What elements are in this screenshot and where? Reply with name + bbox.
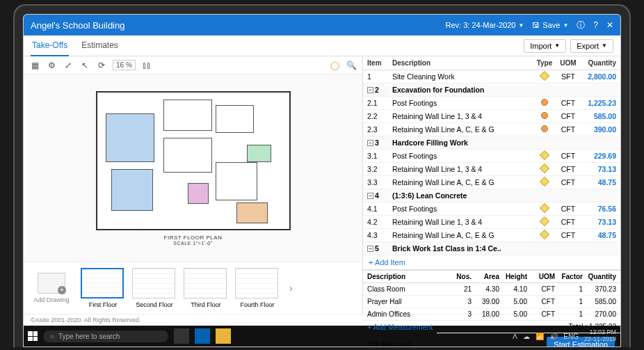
help-icon[interactable]: ? xyxy=(593,20,598,30)
export-button[interactable]: Export▼ xyxy=(570,39,613,53)
tray-up-icon[interactable]: ᐱ xyxy=(513,333,517,340)
volume-type-icon xyxy=(541,99,548,106)
taskbar-file-explorer[interactable] xyxy=(216,328,231,344)
info-icon[interactable]: ⓘ xyxy=(577,19,585,31)
chevron-down-icon: ▼ xyxy=(518,22,524,29)
items-body: 1Site Cleaning WorkSFT2,800.00−2Excavati… xyxy=(363,70,620,255)
add-measurement-button[interactable]: + Add Measurement xyxy=(363,321,437,333)
lang-indicator[interactable]: ENG xyxy=(563,333,579,340)
cloud-icon[interactable]: ☁ xyxy=(523,333,530,340)
import-button[interactable]: Import▼ xyxy=(524,39,566,53)
chevron-down-icon: ▼ xyxy=(554,42,560,49)
thumb-fourth-floor[interactable]: Fourth Floor xyxy=(235,268,280,308)
layers-icon[interactable]: ⫿⫿ xyxy=(141,61,152,70)
records-count: (29 Records) xyxy=(369,340,413,347)
drawing-thumbnails: Add Drawing First Floor Second Floor Thi… xyxy=(24,262,362,314)
col-uom: UOM xyxy=(556,59,580,67)
app-header: Angel's School Building Rev: 3: 24-Mar-2… xyxy=(24,15,620,35)
volume-icon[interactable]: 🔊 xyxy=(549,333,558,340)
project-title: Angel's School Building xyxy=(31,20,124,31)
quantity-link[interactable]: 73.13 xyxy=(598,165,616,173)
quantity-link[interactable]: 390.00 xyxy=(594,125,616,134)
item-row[interactable]: 4.2Retaining Wall Line 1, 3 & 4CFT73.13 xyxy=(363,216,620,229)
tabs-row: Take-Offs Estimates Import▼ Export▼ xyxy=(24,35,620,56)
item-row[interactable]: 3.1Post FootingsCFT229.69 xyxy=(363,150,620,163)
area-type-icon xyxy=(540,230,549,239)
item-row[interactable]: 2.1Post FootingsCFT1,225.23 xyxy=(363,97,620,110)
item-row[interactable]: 2.3Retaining Wall Line A, C, E & GCFT390… xyxy=(363,123,620,136)
tab-estimates[interactable]: Estimates xyxy=(80,35,120,56)
area-type-icon xyxy=(540,203,549,213)
windows-search-input[interactable]: ○ Type here to search xyxy=(43,331,168,342)
col-desc: Description xyxy=(392,59,533,67)
area-type-icon xyxy=(540,164,549,173)
col-type: Type xyxy=(533,59,556,67)
measure-header: Description Nos. Area Height UOM Factor … xyxy=(363,271,620,283)
highlight-icon[interactable]: ◯ xyxy=(329,61,340,70)
wifi-icon[interactable]: 📶 xyxy=(536,333,544,340)
item-row[interactable]: 4.1Post FootingsCFT76.56 xyxy=(363,202,620,216)
plan-caption: FIRST FLOOR PLAN SCALE 1"=1'-0" xyxy=(164,234,223,246)
item-row[interactable]: 3.3Retaining Wall Line A, C, E & GCFT48.… xyxy=(363,176,620,189)
quantity-link[interactable]: 585.00 xyxy=(594,112,616,120)
collapse-icon[interactable]: − xyxy=(367,87,373,93)
quantity-link[interactable]: 2,800.00 xyxy=(588,72,616,81)
measure-icon[interactable]: ⤢ xyxy=(63,61,74,70)
zoom-select[interactable]: 16 % xyxy=(113,60,136,70)
item-row[interactable]: 2.2Retaining Wall Line 1, 3 & 4CFT585.00 xyxy=(363,110,620,123)
area-type-icon xyxy=(540,150,549,160)
items-header: Item Description Type UOM Quantity xyxy=(363,56,620,70)
quantity-link[interactable]: 73.13 xyxy=(598,218,616,226)
floor-plan-canvas[interactable]: FIRST FLOOR PLAN SCALE 1"=1'-0" xyxy=(24,74,362,262)
thumbs-next-icon[interactable]: › xyxy=(287,283,296,294)
measure-row[interactable]: Prayer Hall339.005.00CFT1585.00 xyxy=(363,296,620,308)
tab-takeoffs[interactable]: Take-Offs xyxy=(31,35,69,56)
item-row[interactable]: −4(1:3:6) Lean Concrete xyxy=(363,189,620,202)
collapse-icon[interactable]: − xyxy=(367,193,373,199)
item-row[interactable]: −2Excavation for Foundation xyxy=(363,83,620,97)
add-drawing-button[interactable]: Add Drawing xyxy=(29,273,74,303)
thumb-first-floor[interactable]: First Floor xyxy=(81,268,125,308)
quantity-link[interactable]: 1,225.23 xyxy=(588,99,616,107)
thumb-third-floor[interactable]: Third Floor xyxy=(184,268,228,308)
revision-selector[interactable]: Rev: 3: 24-Mar-2020 ▼ xyxy=(446,21,524,29)
measure-row[interactable]: Admin Offices318.005.00CFT1270.00 xyxy=(363,308,620,321)
quantity-link[interactable]: 48.75 xyxy=(598,178,616,186)
save-icon: 🖫 xyxy=(532,21,540,29)
collapse-icon[interactable]: − xyxy=(367,246,373,252)
item-row[interactable]: −5Brick Work 1st Class in 1:4 Ce.. xyxy=(363,242,620,255)
add-drawing-icon xyxy=(38,273,65,294)
rotate-icon[interactable]: ⟳ xyxy=(96,61,107,70)
search-icon[interactable]: 🔍 xyxy=(346,61,357,70)
volume-type-icon xyxy=(541,125,548,132)
add-item-button[interactable]: + Add Item xyxy=(363,255,620,270)
measure-row[interactable]: Class Room214.304.10CFT1370.23 xyxy=(363,283,620,296)
collapse-icon[interactable]: − xyxy=(367,140,373,146)
quantity-link[interactable]: 48.75 xyxy=(598,231,616,239)
item-row[interactable]: −3Hardcore Filling Work xyxy=(363,136,620,150)
pointer-icon[interactable]: ↖ xyxy=(79,61,90,70)
system-tray[interactable]: ᐱ ☁ 📶 🔊 ENG 12:02 PM 22-11-2019 xyxy=(513,329,616,343)
search-icon: ○ xyxy=(50,333,54,340)
quantity-link[interactable]: 229.69 xyxy=(594,152,616,160)
area-type-icon xyxy=(540,216,549,226)
col-item: Item xyxy=(367,59,392,67)
item-row[interactable]: 3.2Retaining Wall Line 1, 3 & 4CFT73.13 xyxy=(363,163,620,176)
chevron-down-icon: ▼ xyxy=(563,22,568,29)
thumb-second-floor[interactable]: Second Floor xyxy=(132,268,177,308)
taskbar-clock[interactable]: 12:02 PM 22-11-2019 xyxy=(584,329,616,343)
taskbar-app-1[interactable] xyxy=(174,328,189,344)
app-window: Angel's School Building Rev: 3: 24-Mar-2… xyxy=(23,14,621,347)
area-type-icon xyxy=(540,177,549,186)
taskbar-app-2[interactable] xyxy=(195,328,210,344)
quantity-link[interactable]: 76.56 xyxy=(598,205,616,213)
file-icon[interactable]: ▦ xyxy=(29,61,40,70)
chevron-down-icon: ▼ xyxy=(602,42,607,49)
save-button[interactable]: 🖫 Save ▼ xyxy=(532,21,568,29)
item-row[interactable]: 4.3Retaining Wall Line A, C, E & GCFT48.… xyxy=(363,229,620,242)
gear-icon[interactable]: ⚙ xyxy=(46,61,57,70)
area-type-icon xyxy=(540,71,549,81)
windows-start-icon[interactable] xyxy=(28,331,38,341)
close-icon[interactable]: ✕ xyxy=(606,20,613,30)
item-row[interactable]: 1Site Cleaning WorkSFT2,800.00 xyxy=(363,70,620,83)
